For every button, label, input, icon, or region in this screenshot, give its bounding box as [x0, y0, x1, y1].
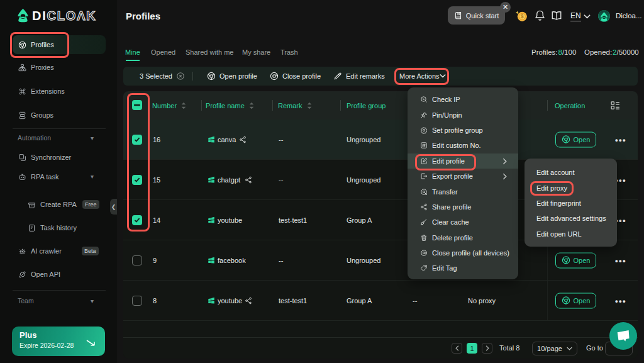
svg-text:$: $ [521, 13, 524, 20]
